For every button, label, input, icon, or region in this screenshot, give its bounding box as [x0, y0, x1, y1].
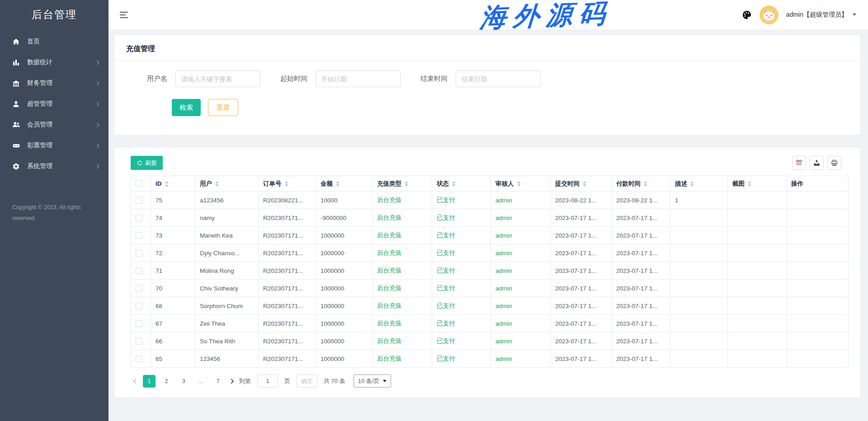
cell-submit_time: 2023-07-17 1... — [551, 332, 612, 350]
cell-pay_time: 2023-07-17 1... — [612, 227, 670, 244]
gamepad-icon — [12, 141, 21, 150]
col-header-submit_time[interactable]: 提交时间 — [551, 176, 612, 192]
menu-fold-icon[interactable] — [120, 10, 128, 20]
avatar[interactable] — [760, 5, 778, 24]
select-all-checkbox[interactable] — [136, 180, 142, 187]
export-button[interactable] — [810, 156, 824, 170]
users-icon — [12, 121, 21, 129]
table-card: 刷新 ID用户订单号金额充值类型状态审核人提交时间付款时间描述截图操作 75a1… — [114, 148, 860, 398]
sort-icon[interactable] — [165, 181, 169, 187]
sort-icon[interactable] — [285, 181, 288, 187]
col-header-order[interactable]: 订单号 — [259, 176, 316, 192]
row-checkbox[interactable] — [136, 285, 142, 292]
sidebar-item-3[interactable]: 财务管理 — [0, 73, 108, 94]
goto-page-input[interactable] — [257, 374, 278, 388]
cell-pay_time: 2023-07-17 1... — [612, 209, 670, 227]
caret-down-icon[interactable] — [853, 14, 856, 16]
pagination-page-3[interactable]: 3 — [177, 375, 190, 388]
sidebar-item-4[interactable]: 超管管理 — [0, 94, 108, 114]
sort-icon[interactable] — [748, 181, 751, 187]
page-size-select[interactable]: 10 条/页 — [354, 374, 392, 388]
col-header-user[interactable]: 用户 — [195, 176, 259, 192]
cell-status: 已支付 — [432, 262, 491, 280]
row-checkbox-cell — [131, 315, 151, 332]
refresh-icon — [137, 160, 143, 166]
col-label: 提交时间 — [555, 180, 580, 187]
goto-confirm-button[interactable]: 确定 — [297, 374, 317, 388]
sidebar-item-2[interactable]: 数据统计 — [0, 52, 108, 73]
pagination-prev-icon[interactable] — [131, 375, 141, 388]
table-row: 71Molina RongR202307171...1000000后台充值已支付… — [131, 262, 849, 280]
col-header-screenshot[interactable]: 截图 — [728, 176, 787, 192]
row-checkbox[interactable] — [136, 356, 142, 362]
col-header-id[interactable]: ID — [151, 176, 195, 192]
reset-button[interactable]: 重置 — [208, 99, 238, 116]
palette-icon[interactable] — [742, 10, 752, 20]
pagination-page-1[interactable]: 1 — [143, 375, 156, 388]
top-header: admin【超级管理员】 — [108, 0, 868, 29]
cell-user: Maneth Kea — [195, 227, 259, 244]
sort-icon[interactable] — [215, 181, 219, 187]
columns-icon — [795, 159, 803, 167]
row-checkbox[interactable] — [136, 267, 142, 274]
row-checkbox-cell — [131, 244, 151, 262]
refresh-button[interactable]: 刷新 — [131, 156, 163, 170]
row-checkbox[interactable] — [136, 250, 142, 257]
sort-icon[interactable] — [690, 181, 694, 187]
cell-id: 74 — [151, 209, 195, 227]
table-tool-icons — [792, 156, 841, 170]
row-checkbox-cell — [131, 332, 151, 350]
row-checkbox[interactable] — [136, 197, 142, 204]
cell-desc — [670, 280, 728, 297]
filter-card: 充值管理 用户名起始时间结束时间 检索 重置 — [114, 35, 860, 135]
col-header-pay_time[interactable]: 付款时间 — [612, 176, 670, 192]
sort-icon[interactable] — [644, 181, 647, 187]
cell-type: 后台充值 — [373, 192, 432, 209]
table-row: 68Sorphorn ChumR202307171...1000000后台充值已… — [131, 297, 849, 315]
user-icon — [12, 100, 21, 108]
row-checkbox[interactable] — [136, 320, 142, 327]
current-user-label[interactable]: admin【超级管理员】 — [786, 11, 848, 19]
sort-icon[interactable] — [517, 181, 521, 187]
sidebar: 后台管理 首页数据统计财务管理超管管理会员管理彩票管理系统管理 Copyrigh… — [0, 0, 108, 421]
search-button[interactable]: 检索 — [172, 99, 201, 116]
sort-icon[interactable] — [405, 181, 408, 187]
cell-reviewer: admin — [491, 350, 551, 368]
cell-pay_time: 2023-07-17 1... — [612, 332, 670, 350]
row-checkbox[interactable] — [136, 232, 142, 239]
export-icon — [813, 159, 821, 167]
sidebar-item-1[interactable]: 首页 — [0, 31, 108, 52]
cell-type: 后台充值 — [373, 227, 432, 244]
sidebar-item-5[interactable]: 会员管理 — [0, 114, 108, 135]
col-header-check[interactable] — [131, 176, 151, 192]
col-header-type[interactable]: 充值类型 — [373, 176, 432, 192]
col-header-amount[interactable]: 金额 — [316, 176, 373, 192]
pagination-page-2[interactable]: 2 — [160, 375, 173, 388]
row-checkbox[interactable] — [136, 215, 142, 221]
col-label: 描述 — [675, 180, 687, 187]
col-header-reviewer[interactable]: 审核人 — [491, 176, 551, 192]
sort-icon[interactable] — [336, 181, 340, 187]
goto-prefix-label: 到第 — [239, 377, 251, 385]
print-button[interactable] — [827, 156, 841, 170]
col-header-status[interactable]: 状态 — [432, 176, 491, 192]
filter-label: 用户名 — [147, 75, 167, 83]
row-checkbox[interactable] — [136, 338, 142, 345]
filter-group-2: 起始时间 — [280, 70, 401, 87]
filter-input-3[interactable] — [456, 70, 541, 87]
sidebar-item-7[interactable]: 系统管理 — [0, 156, 108, 177]
filter-input-1[interactable] — [175, 70, 260, 87]
chevron-right-icon — [95, 102, 99, 106]
pagination-next-icon[interactable] — [226, 375, 236, 388]
col-header-desc[interactable]: 描述 — [670, 176, 728, 192]
cell-reviewer: admin — [491, 297, 551, 315]
sort-icon[interactable] — [583, 181, 586, 187]
filter-input-2[interactable] — [316, 70, 401, 87]
sidebar-item-6[interactable]: 彩票管理 — [0, 135, 108, 156]
cell-order: R202307171... — [259, 209, 316, 227]
columns-button[interactable] — [792, 156, 806, 170]
row-checkbox[interactable] — [136, 303, 142, 309]
cell-submit_time: 2023-07-17 1... — [551, 280, 612, 297]
pagination-page-7[interactable]: 7 — [212, 375, 224, 388]
sort-icon[interactable] — [452, 181, 456, 187]
